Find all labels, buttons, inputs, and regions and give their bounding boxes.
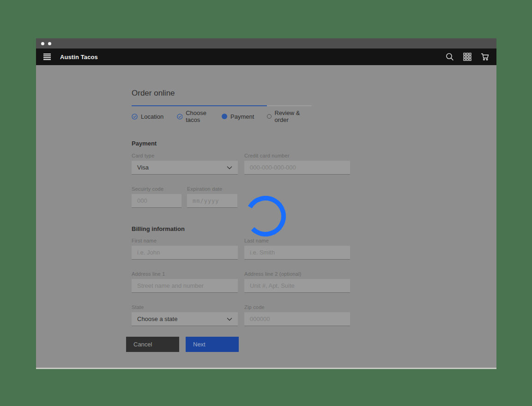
cancel-button[interactable]: Cancel: [126, 337, 179, 352]
expiration-date-label: Expiration date: [187, 186, 237, 192]
security-code-input[interactable]: [132, 194, 181, 208]
card-type-select[interactable]: Visa: [132, 161, 238, 175]
step-label: Location: [141, 113, 163, 120]
window-control-dot[interactable]: [48, 42, 51, 45]
first-name-label: First name: [132, 238, 238, 243]
page-content: Order online Location Choose tacos: [36, 65, 496, 368]
expiration-date-input[interactable]: [187, 194, 237, 208]
address-line2-label: Address line 2 (optional): [244, 271, 350, 277]
chevron-down-icon: [227, 317, 232, 321]
step-choose-tacos[interactable]: Choose tacos: [177, 105, 222, 123]
window-titlebar[interactable]: [36, 38, 496, 48]
current-step-dot-icon: [222, 114, 227, 119]
state-label: State: [132, 304, 238, 310]
step-label: Choose tacos: [186, 109, 222, 123]
security-code-label: Secuirty code: [132, 186, 181, 192]
card-number-label: Credit card number: [244, 153, 350, 158]
last-name-input[interactable]: [244, 246, 350, 260]
search-button[interactable]: [443, 50, 456, 63]
cart-button[interactable]: [478, 50, 491, 63]
zip-code-label: Zip code: [244, 304, 350, 310]
state-value: Choose a state: [137, 315, 177, 322]
zip-code-input[interactable]: [244, 312, 350, 326]
app-window: Austin Tacos Order online: [36, 38, 496, 369]
step-label: Payment: [230, 113, 254, 120]
first-name-input[interactable]: [132, 246, 238, 260]
hamburger-icon: [43, 53, 51, 61]
loading-spinner-icon: [245, 196, 286, 236]
billing-section-heading: Billing information: [132, 225, 351, 232]
address-line2-input[interactable]: [244, 279, 350, 293]
progress-indicator: Location Choose tacos Payment Review & o…: [132, 105, 351, 123]
check-circle-icon: [132, 114, 138, 120]
last-name-label: Last name: [244, 238, 350, 243]
page-title: Order online: [132, 89, 351, 98]
step-location[interactable]: Location: [132, 105, 177, 123]
card-type-label: Card type: [132, 153, 238, 158]
menu-button[interactable]: [41, 50, 54, 63]
step-label: Review & order: [275, 109, 312, 123]
step-review-order[interactable]: Review & order: [267, 105, 312, 123]
chevron-down-icon: [227, 166, 232, 170]
step-payment[interactable]: Payment: [222, 105, 267, 123]
address-line1-input[interactable]: [132, 279, 238, 293]
cart-icon: [481, 53, 490, 61]
grid-icon: [463, 53, 472, 61]
upcoming-step-circle-icon: [267, 114, 272, 119]
payment-section-heading: Payment: [132, 140, 351, 147]
window-control-dot[interactable]: [41, 42, 44, 45]
apps-button[interactable]: [461, 50, 474, 63]
address-line1-label: Address line 1: [132, 271, 238, 277]
card-number-input[interactable]: [244, 161, 350, 175]
search-icon: [446, 53, 454, 61]
next-button[interactable]: Next: [186, 337, 239, 352]
app-title: Austin Tacos: [60, 54, 98, 61]
state-select[interactable]: Choose a state: [132, 312, 238, 326]
check-circle-icon: [177, 114, 183, 120]
app-header: Austin Tacos: [36, 48, 496, 65]
form-actions: Cancel Next: [126, 337, 351, 352]
card-type-value: Visa: [137, 164, 149, 171]
